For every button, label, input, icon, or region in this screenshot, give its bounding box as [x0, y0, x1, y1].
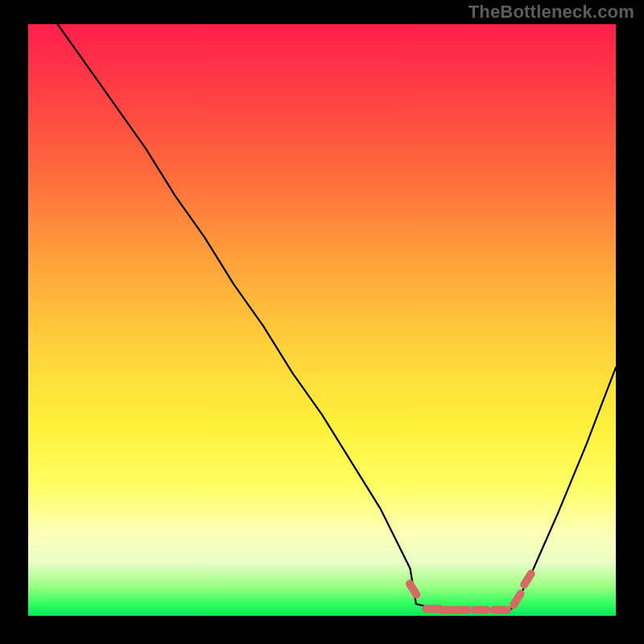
bottleneck-curve-svg: [28, 24, 616, 616]
curve-marker: [450, 606, 471, 614]
plot-area: [28, 24, 616, 616]
curve-marker: [470, 606, 491, 614]
curve-marker: [490, 606, 511, 614]
marker-group: [404, 568, 537, 614]
chart-frame: TheBottleneck.com: [0, 0, 644, 644]
curve-marker: [518, 568, 536, 590]
watermark-text: TheBottleneck.com: [469, 2, 634, 23]
bottleneck-curve: [58, 24, 617, 610]
curve-marker: [508, 588, 526, 610]
